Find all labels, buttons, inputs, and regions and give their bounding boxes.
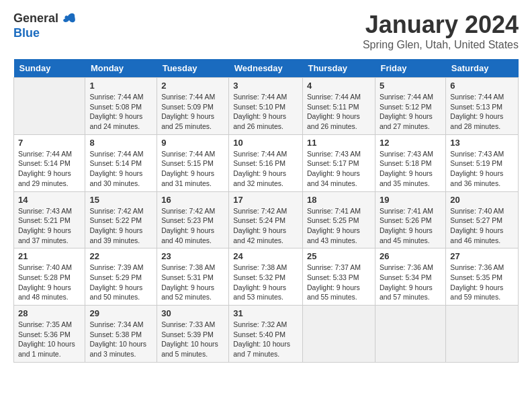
logo-blue-text: Blue (13, 27, 77, 40)
day-info: Sunrise: 7:44 AM Sunset: 5:14 PM Dayligh… (89, 149, 152, 189)
day-number: 6 (450, 81, 514, 91)
day-info: Sunrise: 7:44 AM Sunset: 5:13 PM Dayligh… (450, 92, 514, 132)
header-monday: Monday (85, 59, 157, 78)
logo-general-text: General (13, 12, 58, 26)
day-cell: 1Sunrise: 7:44 AM Sunset: 5:08 PM Daylig… (85, 78, 157, 135)
header-tuesday: Tuesday (157, 59, 229, 78)
day-number: 15 (89, 195, 152, 205)
day-info: Sunrise: 7:42 AM Sunset: 5:24 PM Dayligh… (233, 206, 298, 246)
day-info: Sunrise: 7:44 AM Sunset: 5:10 PM Dayligh… (233, 92, 298, 132)
day-cell: 26Sunrise: 7:36 AM Sunset: 5:34 PM Dayli… (375, 248, 445, 306)
day-info: Sunrise: 7:36 AM Sunset: 5:34 PM Dayligh… (380, 263, 441, 302)
day-number: 10 (233, 138, 298, 148)
day-number: 11 (307, 138, 371, 148)
day-number: 26 (380, 251, 441, 261)
day-cell: 16Sunrise: 7:42 AM Sunset: 5:23 PM Dayli… (157, 191, 229, 248)
day-number: 19 (380, 195, 441, 205)
day-info: Sunrise: 7:40 AM Sunset: 5:28 PM Dayligh… (18, 263, 81, 302)
header-row: SundayMondayTuesdayWednesdayThursdayFrid… (14, 59, 519, 78)
day-number: 20 (450, 195, 514, 205)
page-header: General Blue January 2024 Spring Glen, U… (13, 11, 519, 51)
day-cell: 27Sunrise: 7:36 AM Sunset: 5:35 PM Dayli… (446, 248, 519, 306)
day-cell: 25Sunrise: 7:37 AM Sunset: 5:33 PM Dayli… (302, 248, 375, 306)
day-number: 16 (161, 195, 224, 205)
day-cell: 28Sunrise: 7:35 AM Sunset: 5:36 PM Dayli… (14, 306, 85, 363)
day-number: 22 (89, 251, 152, 261)
day-number: 3 (233, 81, 298, 91)
month-title: January 2024 (363, 11, 519, 39)
day-cell: 5Sunrise: 7:44 AM Sunset: 5:12 PM Daylig… (375, 78, 445, 135)
day-cell: 6Sunrise: 7:44 AM Sunset: 5:13 PM Daylig… (446, 78, 519, 135)
day-cell: 3Sunrise: 7:44 AM Sunset: 5:10 PM Daylig… (229, 78, 303, 135)
day-cell: 12Sunrise: 7:43 AM Sunset: 5:18 PM Dayli… (375, 134, 445, 191)
week-row-1: 1Sunrise: 7:44 AM Sunset: 5:08 PM Daylig… (14, 78, 519, 135)
day-number: 25 (307, 251, 371, 261)
day-info: Sunrise: 7:32 AM Sunset: 5:40 PM Dayligh… (233, 320, 298, 359)
logo-bird-icon (61, 11, 77, 27)
day-cell (446, 306, 519, 363)
day-info: Sunrise: 7:39 AM Sunset: 5:29 PM Dayligh… (89, 263, 152, 302)
day-info: Sunrise: 7:44 AM Sunset: 5:15 PM Dayligh… (161, 149, 224, 189)
day-number: 23 (161, 251, 224, 261)
day-cell: 20Sunrise: 7:40 AM Sunset: 5:27 PM Dayli… (446, 191, 519, 248)
header-saturday: Saturday (446, 59, 519, 78)
day-number: 2 (161, 81, 224, 91)
day-info: Sunrise: 7:44 AM Sunset: 5:14 PM Dayligh… (18, 149, 81, 189)
day-cell: 13Sunrise: 7:43 AM Sunset: 5:19 PM Dayli… (446, 134, 519, 191)
day-number: 7 (18, 138, 81, 148)
day-cell: 18Sunrise: 7:41 AM Sunset: 5:25 PM Dayli… (302, 191, 375, 248)
week-row-5: 28Sunrise: 7:35 AM Sunset: 5:36 PM Dayli… (14, 306, 519, 363)
day-info: Sunrise: 7:42 AM Sunset: 5:23 PM Dayligh… (161, 206, 224, 246)
location-title: Spring Glen, Utah, United States (363, 39, 519, 51)
day-info: Sunrise: 7:35 AM Sunset: 5:36 PM Dayligh… (18, 320, 81, 359)
day-number: 31 (233, 308, 298, 318)
day-info: Sunrise: 7:34 AM Sunset: 5:38 PM Dayligh… (89, 320, 152, 359)
day-info: Sunrise: 7:33 AM Sunset: 5:39 PM Dayligh… (161, 320, 224, 359)
day-info: Sunrise: 7:43 AM Sunset: 5:18 PM Dayligh… (380, 149, 441, 189)
day-cell: 4Sunrise: 7:44 AM Sunset: 5:11 PM Daylig… (302, 78, 375, 135)
day-cell: 9Sunrise: 7:44 AM Sunset: 5:15 PM Daylig… (157, 134, 229, 191)
header-friday: Friday (375, 59, 445, 78)
week-row-2: 7Sunrise: 7:44 AM Sunset: 5:14 PM Daylig… (14, 134, 519, 191)
day-number: 28 (18, 308, 81, 318)
day-number: 1 (89, 81, 152, 91)
week-row-3: 14Sunrise: 7:43 AM Sunset: 5:21 PM Dayli… (14, 191, 519, 248)
day-info: Sunrise: 7:40 AM Sunset: 5:27 PM Dayligh… (450, 206, 514, 246)
title-section: January 2024 Spring Glen, Utah, United S… (363, 11, 519, 51)
day-info: Sunrise: 7:42 AM Sunset: 5:22 PM Dayligh… (89, 206, 152, 246)
day-cell: 15Sunrise: 7:42 AM Sunset: 5:22 PM Dayli… (85, 191, 157, 248)
day-info: Sunrise: 7:41 AM Sunset: 5:25 PM Dayligh… (307, 206, 371, 246)
day-cell (302, 306, 375, 363)
header-thursday: Thursday (302, 59, 375, 78)
week-row-4: 21Sunrise: 7:40 AM Sunset: 5:28 PM Dayli… (14, 248, 519, 306)
day-cell: 14Sunrise: 7:43 AM Sunset: 5:21 PM Dayli… (14, 191, 85, 248)
day-info: Sunrise: 7:43 AM Sunset: 5:19 PM Dayligh… (450, 149, 514, 189)
day-info: Sunrise: 7:41 AM Sunset: 5:26 PM Dayligh… (380, 206, 441, 246)
day-cell: 21Sunrise: 7:40 AM Sunset: 5:28 PM Dayli… (14, 248, 85, 306)
day-info: Sunrise: 7:38 AM Sunset: 5:31 PM Dayligh… (161, 263, 224, 302)
day-number: 18 (307, 195, 371, 205)
day-cell: 30Sunrise: 7:33 AM Sunset: 5:39 PM Dayli… (157, 306, 229, 363)
day-info: Sunrise: 7:44 AM Sunset: 5:09 PM Dayligh… (161, 92, 224, 132)
day-number: 5 (380, 81, 441, 91)
day-cell: 10Sunrise: 7:44 AM Sunset: 5:16 PM Dayli… (229, 134, 303, 191)
day-info: Sunrise: 7:44 AM Sunset: 5:08 PM Dayligh… (89, 92, 152, 132)
day-cell: 17Sunrise: 7:42 AM Sunset: 5:24 PM Dayli… (229, 191, 303, 248)
day-number: 21 (18, 251, 81, 261)
day-number: 30 (161, 308, 224, 318)
day-cell: 31Sunrise: 7:32 AM Sunset: 5:40 PM Dayli… (229, 306, 303, 363)
day-cell (14, 78, 85, 135)
day-number: 12 (380, 138, 441, 148)
day-number: 17 (233, 195, 298, 205)
day-number: 8 (89, 138, 152, 148)
day-number: 4 (307, 81, 371, 91)
day-info: Sunrise: 7:38 AM Sunset: 5:32 PM Dayligh… (233, 263, 298, 302)
day-number: 27 (450, 251, 514, 261)
day-info: Sunrise: 7:43 AM Sunset: 5:17 PM Dayligh… (307, 149, 371, 189)
day-number: 29 (89, 308, 152, 318)
day-cell: 2Sunrise: 7:44 AM Sunset: 5:09 PM Daylig… (157, 78, 229, 135)
day-number: 24 (233, 251, 298, 261)
day-cell: 19Sunrise: 7:41 AM Sunset: 5:26 PM Dayli… (375, 191, 445, 248)
day-info: Sunrise: 7:36 AM Sunset: 5:35 PM Dayligh… (450, 263, 514, 302)
day-cell: 24Sunrise: 7:38 AM Sunset: 5:32 PM Dayli… (229, 248, 303, 306)
